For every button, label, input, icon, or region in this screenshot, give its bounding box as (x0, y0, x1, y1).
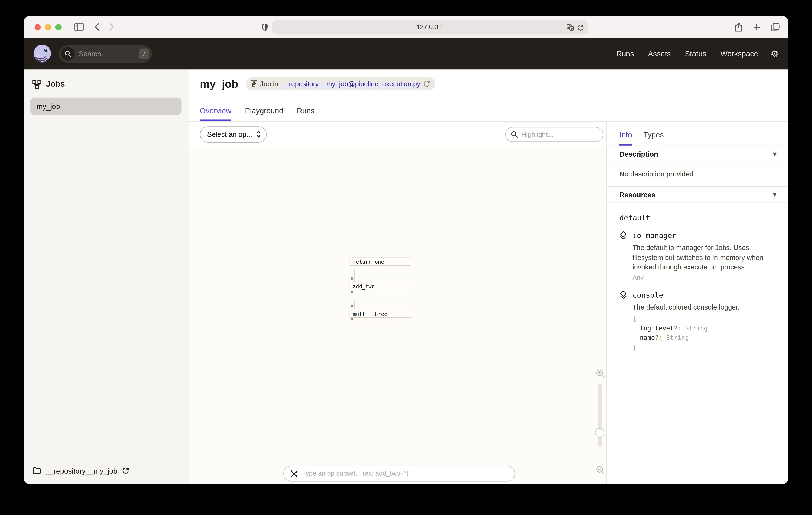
search-shortcut-badge: / (139, 49, 149, 59)
sidebar-title: Jobs (46, 79, 65, 89)
tab-overview-icon[interactable] (771, 23, 780, 31)
forward-icon[interactable] (110, 23, 114, 31)
sidebar-toggle-icon[interactable] (74, 23, 84, 31)
zoom-in-icon[interactable] (596, 369, 605, 378)
repository-link[interactable]: __repository__my_job@pipeline_execution.… (282, 80, 420, 88)
description-empty-text: No description provided (607, 162, 788, 187)
op-subset-filter[interactable] (283, 466, 515, 481)
nav-workspace[interactable]: Workspace (720, 50, 758, 58)
search-input[interactable] (79, 50, 140, 58)
zoom-slider-knob[interactable] (595, 428, 604, 438)
input-port-multi-three (351, 305, 353, 307)
share-icon[interactable] (735, 22, 743, 32)
resource-group-name: default (619, 214, 776, 222)
dag-canvas[interactable]: return_one add_two multi_three (188, 147, 606, 484)
privacy-shield-icon[interactable] (262, 23, 268, 31)
global-search[interactable]: / (59, 45, 152, 62)
panel-tab-types[interactable]: Types (643, 131, 664, 146)
top-nav: Runs Assets Status Workspace (616, 50, 758, 58)
op-selector-button[interactable]: Select an op... (200, 126, 267, 142)
resource-io-manager: io_manager The default io manager for Jo… (619, 231, 776, 281)
new-tab-icon[interactable] (753, 23, 760, 30)
zoom-out-icon[interactable] (596, 466, 605, 475)
highlight-search[interactable] (505, 127, 603, 142)
search-icon (511, 131, 518, 138)
input-port-add-two (351, 277, 353, 280)
op-subset-input[interactable] (302, 470, 509, 477)
screen: 127.0.0.1 A 文 (0, 0, 812, 515)
job-graph-icon (250, 80, 257, 87)
page-header: my_job Job in __repository__my_job@pipel… (188, 69, 788, 121)
jobs-sidebar: Jobs my_job __repository__my_job (24, 69, 188, 484)
config-field-name: name?: String (633, 333, 776, 343)
app-header: / Runs Assets Status Workspace ⚙ (24, 38, 788, 70)
resource-name: console (633, 291, 663, 299)
repository-name: __repository__my_job (46, 467, 117, 475)
panel-tabs: Info Types (607, 121, 788, 146)
settings-gear-icon[interactable]: ⚙ (771, 49, 779, 59)
op-node-multi-three[interactable]: multi_three (350, 309, 411, 318)
traffic-lights (34, 24, 62, 30)
tab-overview[interactable]: Overview (200, 106, 231, 121)
zoom-window-button[interactable] (55, 24, 61, 30)
page-title: my_job (200, 77, 238, 90)
brace-close: } (633, 343, 776, 353)
browser-toolbar: 127.0.0.1 A 文 (24, 16, 788, 38)
back-icon[interactable] (94, 23, 99, 31)
dagster-logo-icon[interactable] (32, 44, 52, 64)
sidebar-item-my-job[interactable]: my_job (30, 98, 182, 115)
tab-playground[interactable]: Playground (245, 106, 283, 121)
collapse-caret-icon: ▼ (773, 192, 777, 197)
resource-description: The default io manager for Jobs. Uses fi… (633, 243, 769, 273)
op-subset-graph-icon (290, 469, 298, 478)
job-context-pill: Job in __repository__my_job@pipeline_exe… (245, 77, 435, 90)
nav-runs[interactable]: Runs (616, 50, 634, 58)
nav-assets[interactable]: Assets (648, 50, 671, 58)
section-description[interactable]: Description ▼ (607, 146, 788, 162)
job-graph-icon (32, 80, 41, 88)
browser-window: 127.0.0.1 A 文 (24, 16, 788, 484)
graph-toolbar: Select an op... (188, 121, 606, 146)
repository-footer[interactable]: __repository__my_job (24, 457, 188, 484)
info-panel: Info Types Description ▼ No description … (606, 121, 788, 484)
url-bar[interactable]: 127.0.0.1 A 文 (272, 20, 588, 34)
panel-tab-info[interactable]: Info (619, 131, 632, 146)
svg-text:文: 文 (571, 27, 573, 30)
reload-icon[interactable] (577, 24, 584, 30)
resources-content: default io_manager (607, 203, 788, 353)
resource-icon (619, 231, 627, 240)
highlight-input[interactable] (521, 130, 598, 138)
output-port-add-two (351, 291, 353, 293)
folder-icon (33, 467, 41, 474)
refresh-repository-icon[interactable] (122, 467, 129, 474)
nav-status[interactable]: Status (685, 50, 706, 58)
edge-add-two-to-multi-three (354, 301, 355, 309)
resource-console: console The default colored console logg… (619, 290, 776, 352)
search-icon (61, 47, 75, 61)
config-schema-block: { log_level?: String name?: String } (633, 314, 776, 353)
op-node-return-one[interactable]: return_one (350, 258, 411, 266)
resource-type[interactable]: Any (633, 274, 776, 281)
minimize-window-button[interactable] (45, 24, 51, 30)
collapse-caret-icon: ▼ (773, 152, 777, 157)
url-text: 127.0.0.1 (416, 24, 444, 31)
context-prefix: Job in (260, 80, 278, 88)
select-caret-icon (256, 131, 261, 138)
close-window-button[interactable] (34, 24, 41, 30)
config-field-log-level: log_level?: String (633, 323, 776, 333)
reload-workspace-icon[interactable] (424, 80, 430, 87)
page-tabs: Overview Playground Runs (200, 106, 315, 121)
section-resources[interactable]: Resources ▼ (607, 187, 788, 203)
op-node-add-two[interactable]: add_two (350, 282, 411, 290)
translate-icon[interactable]: A 文 (567, 24, 574, 30)
resource-name: io_manager (633, 231, 676, 239)
edge-return-one-to-add-two (354, 269, 355, 282)
resource-icon (619, 290, 627, 299)
resource-description: The default colored console logger. (633, 303, 769, 313)
graph-pane: Select an op... (188, 121, 606, 484)
brace-open: { (633, 314, 776, 324)
tab-runs[interactable]: Runs (297, 106, 315, 121)
